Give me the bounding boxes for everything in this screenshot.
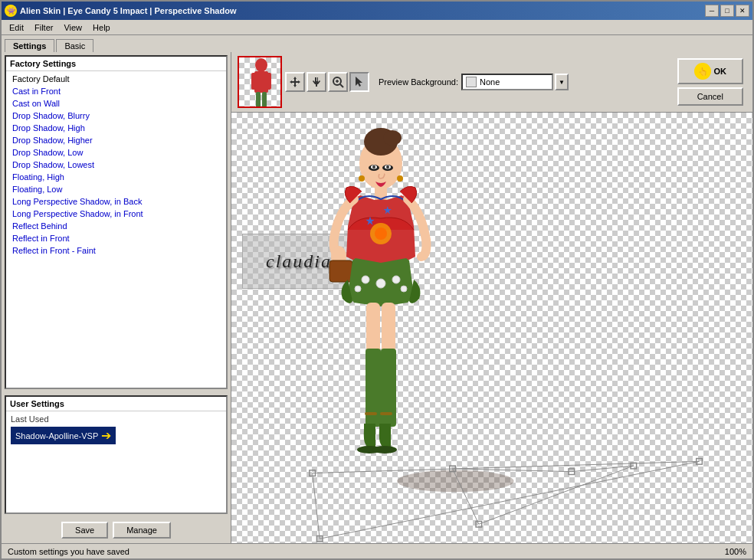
svg-rect-18	[329, 260, 352, 282]
preview-bg-dropdown[interactable]: None	[461, 74, 553, 90]
svg-rect-48	[631, 463, 637, 469]
tab-basic[interactable]: Basic	[56, 39, 93, 52]
svg-rect-2	[254, 71, 268, 93]
menubar: Edit Filter View Help	[2, 20, 752, 35]
preview-area: Preview Background: None ▼ 👆 OK Cancel	[231, 52, 752, 543]
tabbar: Settings Basic	[2, 35, 752, 52]
dropdown-arrow-button[interactable]: ▼	[555, 74, 569, 90]
left-panel: Factory Settings Factory Default Cast in…	[2, 52, 231, 543]
list-item-drop-higher[interactable]: Drop Shadow, Higher	[6, 134, 226, 146]
user-settings-header: User Settings	[6, 397, 226, 411]
pan-tool-button[interactable]	[307, 72, 326, 92]
svg-point-21	[392, 276, 400, 283]
user-settings-selected-item[interactable]: Shadow-Apolline-VSP ➔	[11, 427, 116, 444]
ok-button-label: OK	[714, 67, 727, 76]
list-item-floating-high[interactable]: Floating, High	[6, 171, 226, 183]
list-item-cast-front[interactable]: Cast in Front	[6, 85, 226, 97]
preview-thumbnail	[238, 56, 282, 108]
minimize-button[interactable]: ─	[705, 5, 719, 17]
list-item-reflect-front[interactable]: Reflect in Front	[6, 232, 226, 244]
preview-toolbar: Preview Background: None ▼ 👆 OK Cancel	[231, 52, 752, 113]
close-button[interactable]: ✕	[736, 5, 749, 17]
move-icon	[289, 76, 301, 88]
list-item-drop-blurry[interactable]: Drop Shadow, Blurry	[6, 110, 226, 122]
tab-settings[interactable]: Settings	[5, 39, 54, 52]
titlebar-left: 👾 Alien Skin | Eye Candy 5 Impact | Pers…	[5, 5, 236, 17]
toolbar-tools	[285, 72, 369, 92]
save-button[interactable]: Save	[61, 522, 108, 539]
list-item-drop-low[interactable]: Drop Shadow, Low	[6, 146, 226, 159]
zoom-tool-button[interactable]	[328, 72, 348, 92]
svg-point-41	[375, 228, 387, 240]
statusbar: Custom settings you have saved 100%	[2, 543, 752, 558]
titlebar: 👾 Alien Skin | Eye Candy 5 Impact | Pers…	[2, 2, 752, 20]
svg-rect-4	[267, 73, 271, 90]
user-settings-arrow-icon: ➔	[101, 428, 111, 443]
factory-settings-list: Factory Default Cast in Front Cast on Wa…	[6, 71, 226, 258]
menu-view[interactable]: View	[59, 22, 87, 33]
svg-point-33	[397, 175, 403, 182]
svg-line-8	[340, 84, 343, 87]
svg-point-29	[372, 446, 397, 454]
settings-list-container[interactable]: Factory Default Cast in Front Cast on Wa…	[6, 71, 226, 388]
svg-rect-49	[697, 459, 703, 465]
list-item-cast-wall[interactable]: Cast on Wall	[6, 97, 226, 110]
list-item-long-front[interactable]: Long Perspective Shadow, in Front	[6, 208, 226, 220]
zoom-icon	[332, 76, 344, 88]
app-icon: 👾	[5, 5, 17, 17]
cancel-button[interactable]: Cancel	[677, 87, 744, 106]
status-text: Custom settings you have saved	[8, 547, 129, 556]
svg-rect-31	[380, 412, 392, 415]
svg-point-38	[372, 165, 375, 169]
svg-rect-5	[256, 92, 261, 107]
window-title: Alien Skin | Eye Candy 5 Impact | Perspe…	[20, 6, 236, 15]
user-settings-panel: User Settings Last Used Shadow-Apolline-…	[5, 395, 228, 514]
preview-bg-value: None	[480, 77, 500, 87]
user-settings-content: Last Used Shadow-Apolline-VSP ➔	[6, 411, 226, 513]
svg-line-56	[572, 466, 634, 472]
manage-button[interactable]: Manage	[113, 522, 171, 539]
svg-rect-6	[262, 92, 267, 107]
svg-point-20	[376, 279, 385, 288]
main-content: Factory Settings Factory Default Cast in…	[2, 52, 752, 543]
titlebar-buttons: ─ □ ✕	[705, 5, 749, 17]
ok-button[interactable]: 👆 OK	[677, 58, 744, 84]
preview-bg-label: Preview Background:	[379, 77, 458, 87]
list-item-long-back[interactable]: Long Perspective Shadow, in Back	[6, 195, 226, 208]
move-tool-button[interactable]	[285, 72, 305, 92]
left-panel-buttons: Save Manage	[2, 517, 231, 543]
preview-canvas: claudia	[231, 113, 752, 543]
menu-filter[interactable]: Filter	[30, 22, 57, 33]
select-icon	[353, 76, 366, 88]
factory-settings-panel: Factory Settings Factory Default Cast in…	[5, 55, 228, 389]
select-tool-button[interactable]	[349, 72, 369, 92]
list-item-factory-default[interactable]: Factory Default	[6, 73, 226, 85]
menu-edit[interactable]: Edit	[5, 22, 28, 33]
list-item-drop-high[interactable]: Drop Shadow, High	[6, 122, 226, 134]
svg-point-39	[386, 165, 389, 169]
factory-settings-header: Factory Settings	[6, 57, 226, 71]
list-item-drop-lowest[interactable]: Drop Shadow, Lowest	[6, 159, 226, 171]
menu-help[interactable]: Help	[88, 22, 115, 33]
svg-point-1	[255, 58, 267, 72]
selected-preset-name: Shadow-Apolline-VSP	[15, 431, 98, 440]
fashion-figure	[300, 126, 461, 543]
preview-bg-select: None ▼	[461, 74, 569, 90]
maximize-button[interactable]: □	[720, 5, 734, 17]
pan-icon	[310, 76, 323, 88]
zoom-level: 100%	[725, 547, 746, 556]
list-item-reflect-front-faint[interactable]: Reflect in Front - Faint	[6, 244, 226, 257]
svg-point-22	[355, 286, 361, 292]
last-used-label: Last Used	[11, 414, 221, 424]
list-item-reflect-behind[interactable]: Reflect Behind	[6, 220, 226, 232]
svg-point-32	[359, 175, 365, 182]
svg-point-23	[401, 286, 407, 292]
thumbnail-svg	[239, 57, 282, 108]
list-item-floating-low[interactable]: Floating, Low	[6, 183, 226, 195]
svg-point-13	[383, 130, 402, 146]
ok-button-icon: 👆	[694, 63, 711, 80]
main-window: 👾 Alien Skin | Eye Candy 5 Impact | Pers…	[0, 0, 754, 560]
svg-line-53	[453, 469, 572, 472]
svg-line-54	[479, 466, 634, 524]
ok-cancel-group: 👆 OK Cancel	[674, 55, 747, 109]
